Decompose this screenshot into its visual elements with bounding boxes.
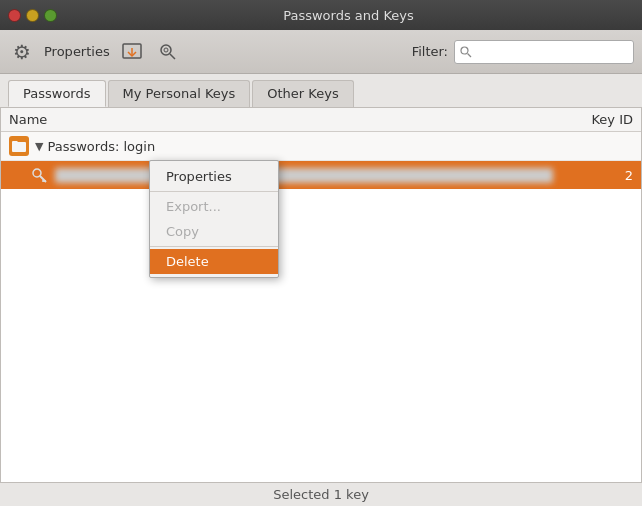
table-header: Name Key ID — [1, 108, 641, 132]
statusbar: Selected 1 key — [0, 482, 642, 506]
filter-search-icon — [459, 45, 473, 59]
tab-passwords[interactable]: Passwords — [8, 80, 106, 107]
window-title: Passwords and Keys — [63, 8, 634, 23]
ctx-delete[interactable]: Delete — [150, 249, 278, 274]
toolbar: ⚙ Properties Filter: ✕ — [0, 30, 642, 74]
toolbar-left: ⚙ Properties — [8, 38, 412, 66]
ctx-separator-1 — [150, 191, 278, 192]
item-name: •••••••••••• — [55, 168, 553, 183]
item-keyid: 2 — [553, 168, 633, 183]
svg-line-3 — [170, 54, 175, 59]
search-icon — [157, 41, 179, 63]
filter-box: ✕ — [454, 40, 634, 64]
ctx-properties[interactable]: Properties — [150, 164, 278, 189]
folder-icon — [9, 136, 29, 156]
tabs-bar: Passwords My Personal Keys Other Keys — [0, 74, 642, 108]
tab-my-personal-keys[interactable]: My Personal Keys — [108, 80, 251, 107]
properties-button[interactable]: ⚙ — [8, 38, 36, 66]
ctx-separator-2 — [150, 246, 278, 247]
context-menu: Properties Export... Copy Delete — [149, 160, 279, 278]
status-text: Selected 1 key — [273, 487, 369, 502]
search-button[interactable] — [154, 38, 182, 66]
col-name-header: Name — [9, 112, 553, 127]
import-icon — [121, 41, 143, 63]
tab-other-keys[interactable]: Other Keys — [252, 80, 353, 107]
ctx-copy: Copy — [150, 219, 278, 244]
svg-point-2 — [161, 45, 171, 55]
titlebar: Passwords and Keys — [0, 0, 642, 30]
svg-line-6 — [468, 53, 472, 57]
svg-point-5 — [461, 47, 468, 54]
toolbar-right: Filter: ✕ — [412, 40, 634, 64]
close-button[interactable] — [8, 9, 21, 22]
titlebar-buttons — [8, 9, 57, 22]
gear-icon: ⚙ — [13, 40, 31, 64]
filter-label: Filter: — [412, 44, 448, 59]
minimize-button[interactable] — [26, 9, 39, 22]
ctx-export: Export... — [150, 194, 278, 219]
key-icon — [29, 165, 49, 185]
content-area: Name Key ID ▼ Passwords: login •••••••••… — [0, 108, 642, 484]
svg-point-7 — [33, 169, 41, 177]
col-keyid-header: Key ID — [553, 112, 633, 127]
group-name: Passwords: login — [47, 139, 155, 154]
filter-input[interactable] — [476, 44, 642, 59]
expand-arrow: ▼ — [35, 140, 43, 153]
import-button[interactable] — [118, 38, 146, 66]
item-row[interactable]: •••••••••••• 2 — [1, 161, 641, 189]
svg-point-4 — [164, 48, 168, 52]
maximize-button[interactable] — [44, 9, 57, 22]
group-row[interactable]: ▼ Passwords: login — [1, 132, 641, 161]
properties-label: Properties — [44, 44, 110, 59]
